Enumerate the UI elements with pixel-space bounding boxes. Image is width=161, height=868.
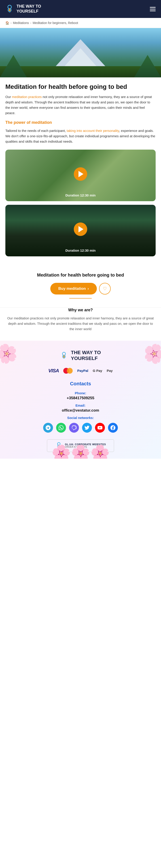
video-duration-1: Duration 12:30 min — [65, 193, 95, 197]
breadcrumb-sep-2: › — [30, 21, 31, 25]
twitter-icon[interactable] — [82, 423, 92, 433]
breadcrumb-meditations[interactable]: Meditations — [13, 21, 29, 25]
footer-flowers-bottom: 🌸🌸🌸 — [0, 445, 161, 459]
logo[interactable]: THE WAY TO YOURSELF — [5, 4, 41, 14]
buy-arrow-icon: › — [88, 286, 89, 291]
why-body: Our meditation practices not only promot… — [5, 316, 156, 332]
breadcrumb-sep-1: › — [10, 21, 12, 25]
article-body-1: Our meditation practices not only promot… — [5, 94, 156, 116]
divider — [69, 298, 92, 299]
site-header: THE WAY TO YOURSELF — [0, 0, 161, 18]
visa-badge: VISA — [48, 368, 59, 374]
logo-icon — [5, 5, 14, 13]
footer-flower-right: 🌸 — [140, 341, 161, 367]
heart-icon: ♡ — [103, 286, 107, 291]
footer-logo-icon — [60, 352, 68, 359]
video-card-1[interactable]: Duration 12:30 min — [5, 150, 156, 201]
buy-button-label: Buy meditation — [58, 286, 86, 291]
video-card-2[interactable]: Duration 12:30 min — [5, 205, 156, 256]
mastercard-badge — [63, 368, 73, 374]
video-duration-2: Duration 12:30 min — [65, 249, 95, 252]
footer-logo: THE WAY TO YOURSELF — [5, 350, 156, 362]
why-section: Why we are? Our meditation practices not… — [0, 308, 161, 341]
breadcrumb: 🏠 › Meditations › Meditation for beginne… — [0, 18, 161, 28]
article-title: Meditation for health before going to be… — [5, 83, 156, 91]
home-icon[interactable]: 🏠 — [5, 21, 9, 25]
buy-actions: Buy meditation › ♡ — [5, 283, 156, 294]
payment-methods: VISA PayPal G Pay Pay — [5, 368, 156, 374]
whatsapp-icon[interactable] — [56, 423, 66, 433]
viber-icon[interactable] — [69, 423, 79, 433]
article-content: Meditation for health before going to be… — [0, 78, 161, 265]
breadcrumb-current: Meditation for beginners, Reboot — [33, 21, 78, 25]
meditation-practices-link[interactable]: meditation practices — [12, 95, 42, 99]
hamburger-menu[interactable] — [150, 7, 156, 11]
site-footer: 🌸 🌸 THE WAY TO YOURSELF VISA PayPal G Pa… — [0, 341, 161, 459]
footer-logo-text: THE WAY TO YOURSELF — [71, 350, 101, 362]
applepay-badge: Pay — [107, 369, 113, 373]
email-label: Email: — [5, 403, 156, 407]
contacts-heading: Contacts — [5, 381, 156, 387]
play-button-2[interactable] — [74, 222, 87, 236]
play-triangle-icon-2 — [79, 226, 83, 232]
social-label: Social networks: — [5, 416, 156, 420]
footer-flower-left: 🌸 — [0, 341, 21, 367]
telegram-icon[interactable] — [43, 423, 53, 433]
play-button-1[interactable] — [74, 167, 87, 181]
youtube-icon[interactable] — [95, 423, 105, 433]
heart-button[interactable]: ♡ — [99, 283, 111, 294]
personality-link[interactable]: taking into account their personality — [67, 129, 119, 132]
gpay-badge: G Pay — [93, 369, 103, 373]
why-title: Why we are? — [5, 308, 156, 312]
phone-label: Phone: — [5, 391, 156, 395]
section-heading-power: The power of meditation — [5, 120, 156, 125]
social-icons-row — [5, 423, 156, 433]
logo-text: THE WAY TO YOURSELF — [16, 4, 41, 14]
buy-button[interactable]: Buy meditation › — [50, 283, 97, 294]
hero-image — [0, 28, 161, 78]
email-value: office@vestatur.com — [5, 408, 156, 413]
phone-value: +358417509255 — [5, 396, 156, 400]
article-body-2: Tailored to the needs of each participan… — [5, 128, 156, 144]
play-triangle-icon — [79, 171, 83, 177]
buy-section: Meditation for health before going to be… — [0, 265, 161, 308]
facebook-icon[interactable] — [108, 423, 118, 433]
paypal-badge: PayPal — [77, 369, 88, 373]
buy-title: Meditation for health before going to be… — [5, 272, 156, 278]
